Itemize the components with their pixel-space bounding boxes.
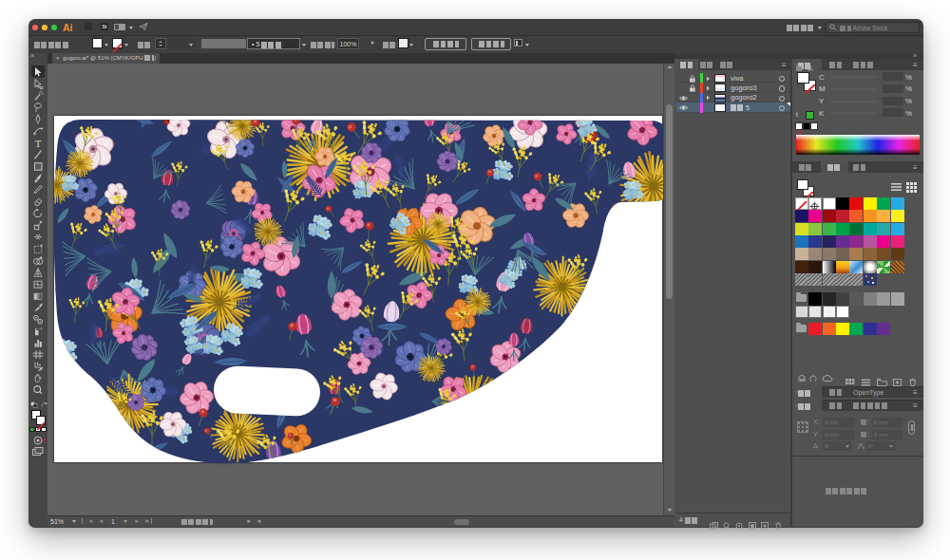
svg-text:T: T [35, 138, 42, 149]
